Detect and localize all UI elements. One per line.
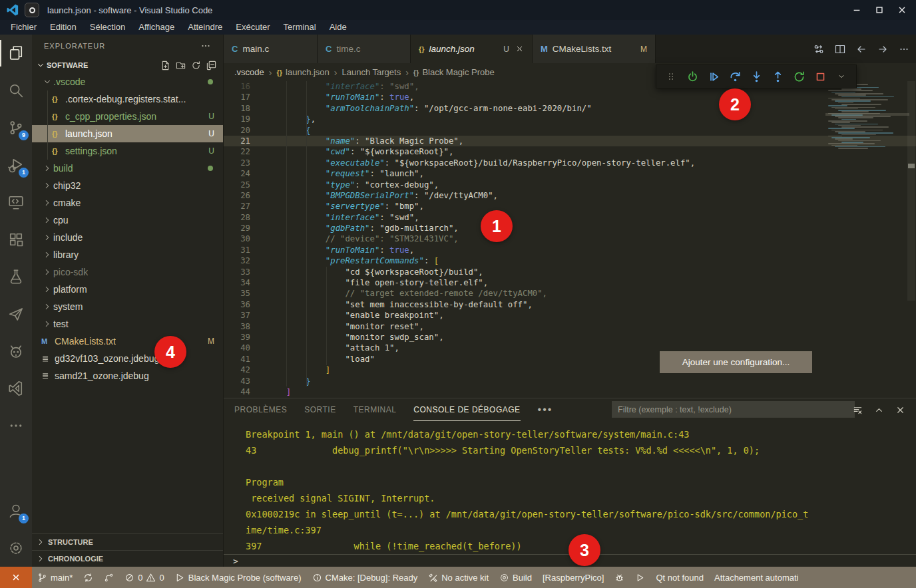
debug-step-into-button[interactable] xyxy=(747,67,766,86)
tree-item-chip32[interactable]: chip32 xyxy=(32,177,223,194)
tab-launch-json[interactable]: {}launch.jsonU xyxy=(411,35,533,63)
open-changes-button[interactable] xyxy=(813,44,824,55)
debug-step-over-button[interactable] xyxy=(726,67,744,86)
clear-console-button[interactable] xyxy=(853,405,863,415)
refresh-button[interactable] xyxy=(191,61,201,71)
status-cmake-kit[interactable]: No active kit xyxy=(423,567,494,588)
status-problems[interactable]: 00 xyxy=(119,567,169,588)
ellipsis-button[interactable] xyxy=(899,44,909,55)
activity-explorer[interactable] xyxy=(0,35,32,72)
panel-tab-probl-mes[interactable]: PROBLÈMES xyxy=(234,398,287,421)
debug-console-output[interactable]: Breakpoint 1, main () at /mnt/data/git/o… xyxy=(224,421,916,554)
tab-main-c[interactable]: Cmain.c xyxy=(224,35,318,63)
tree-item-include[interactable]: include xyxy=(32,229,223,246)
close-button[interactable] xyxy=(897,5,907,15)
menu-fichier[interactable]: Fichier xyxy=(4,20,43,35)
menu-atteindre[interactable]: Atteindre xyxy=(181,20,229,35)
status-debug-launch[interactable]: Black Magic Probe (software) xyxy=(170,567,307,588)
status-cmake-status[interactable]: CMake: [Debug]: Ready xyxy=(307,567,423,588)
breadcrumb-item[interactable]: {}launch.json xyxy=(276,67,329,77)
menu-aide[interactable]: Aide xyxy=(323,20,353,35)
minimize-button[interactable] xyxy=(852,5,861,15)
section-chronologie[interactable]: CHRONOLOGIE xyxy=(32,550,223,567)
remote-indicator[interactable] xyxy=(0,567,32,588)
arrow-left-button[interactable] xyxy=(856,44,867,55)
debug-step-out-button[interactable] xyxy=(768,67,787,86)
panel-tab-sortie[interactable]: SORTIE xyxy=(304,398,336,421)
activity-extensions[interactable] xyxy=(0,221,32,258)
status-auto-attach[interactable]: Attachement automati xyxy=(709,567,803,588)
tree-item--vscode[interactable]: .vscode xyxy=(32,73,223,90)
status-git-branch[interactable]: main* xyxy=(32,567,78,588)
activity-search[interactable] xyxy=(0,72,32,109)
panel-tab-console-de-d-bogage[interactable]: CONSOLE DE DÉBOGAGE xyxy=(413,398,520,421)
maximize-button[interactable] xyxy=(875,5,884,15)
tree-item-pico-sdk[interactable]: pico-sdk xyxy=(32,263,223,281)
debug-stop-button[interactable] xyxy=(811,67,829,86)
menu-exécuter[interactable]: Exécuter xyxy=(229,20,276,35)
breadcrumb-item[interactable]: .vscode xyxy=(234,67,264,77)
panel-tab-terminal[interactable]: TERMINAL xyxy=(353,398,397,421)
tree-item-system[interactable]: system xyxy=(32,298,223,315)
tree-item-c-cpp-properties-json[interactable]: {}c_cpp_properties.jsonU xyxy=(32,108,223,125)
breadcrumb-item[interactable]: Launch Targets xyxy=(342,67,401,77)
tree-item-build[interactable]: build xyxy=(32,160,223,177)
tree-item-cpu[interactable]: cpu xyxy=(32,212,223,229)
debug-power-button[interactable] xyxy=(683,67,702,86)
status-cmake-target[interactable]: [RaspberryPico] xyxy=(537,567,609,588)
activity-vs-solution[interactable] xyxy=(0,370,32,407)
arrow-right-button[interactable] xyxy=(877,44,888,55)
menu-affichage[interactable]: Affichage xyxy=(132,20,181,35)
code-editor[interactable]: 16 "interface": "swd",17 "runToMain": tr… xyxy=(224,81,916,398)
tab-time-c[interactable]: Ctime.c xyxy=(318,35,411,63)
debug-grip-button[interactable] xyxy=(662,67,680,86)
debug-chevron-down-button[interactable] xyxy=(832,67,851,86)
tree-item-launch-json[interactable]: {}launch.jsonU xyxy=(32,125,223,142)
tree-item-gd32vf103-ozone-jdebug[interactable]: gd32vf103_ozone.jdebug xyxy=(32,350,223,367)
tree-item-library[interactable]: library xyxy=(32,246,223,263)
chevron-up-button[interactable] xyxy=(874,405,884,415)
breadcrumb-item[interactable]: {}Black Magic Probe xyxy=(413,67,495,77)
debug-filter-input[interactable] xyxy=(612,401,855,418)
split-editor-button[interactable] xyxy=(835,44,845,55)
activity-run-and-debug[interactable]: 1 xyxy=(0,146,32,184)
debug-continue-button[interactable] xyxy=(704,67,723,86)
status-qt-status[interactable]: Qt not found xyxy=(650,567,709,588)
collapse-all-button[interactable] xyxy=(206,61,216,71)
tree-item-samd21-ozone-jdebug[interactable]: samd21_ozone.jdebug xyxy=(32,367,223,384)
activity-more-views[interactable] xyxy=(0,407,32,444)
editor-scrollbar[interactable] xyxy=(907,81,916,398)
activity-platformio[interactable] xyxy=(0,295,32,333)
close-button[interactable] xyxy=(895,405,905,415)
activity-remote-explorer[interactable] xyxy=(0,184,32,221)
sidebar-more-icon[interactable] xyxy=(200,41,211,51)
add-configuration-button[interactable]: Ajouter une configuration... xyxy=(660,351,812,373)
activity-accounts[interactable]: 1 xyxy=(0,492,32,529)
menu-terminal[interactable]: Terminal xyxy=(277,20,323,35)
tree-item-cmakelists-txt[interactable]: MCMakeLists.txtM xyxy=(32,333,223,350)
debug-restart-button[interactable] xyxy=(790,67,808,86)
activity-debug-extension[interactable] xyxy=(0,333,32,370)
new-folder-button[interactable] xyxy=(176,61,186,71)
menu-sélection[interactable]: Sélection xyxy=(83,20,132,35)
status-cmake-debug[interactable] xyxy=(609,567,630,588)
tab-close-icon[interactable] xyxy=(515,45,524,53)
tree-item-test[interactable]: test xyxy=(32,315,223,333)
status-git-graph[interactable] xyxy=(99,567,119,588)
folder-section-header[interactable]: SOFTWARE xyxy=(32,57,223,73)
status-cmake-run[interactable] xyxy=(630,567,650,588)
new-file-button[interactable] xyxy=(160,61,170,71)
menu-edition[interactable]: Edition xyxy=(43,20,83,35)
status-sync[interactable] xyxy=(78,567,99,588)
tree-item-cmake[interactable]: cmake xyxy=(32,194,223,212)
activity-manage[interactable] xyxy=(0,529,32,567)
tab-cmakelists-txt[interactable]: MCMakeLists.txtM xyxy=(533,35,656,63)
minimap[interactable] xyxy=(828,82,907,149)
activity-testing[interactable] xyxy=(0,258,32,295)
section-structure[interactable]: STRUCTURE xyxy=(32,533,223,550)
tree-item-platform[interactable]: platform xyxy=(32,281,223,298)
activity-source-control[interactable]: 9 xyxy=(0,109,32,146)
panel-more-icon[interactable]: ••• xyxy=(538,404,553,416)
status-cmake-build[interactable]: Build xyxy=(494,567,537,588)
tree-item--cortex-debug-registers-stat-[interactable]: {}.cortex-debug.registers.stat... xyxy=(32,90,223,108)
